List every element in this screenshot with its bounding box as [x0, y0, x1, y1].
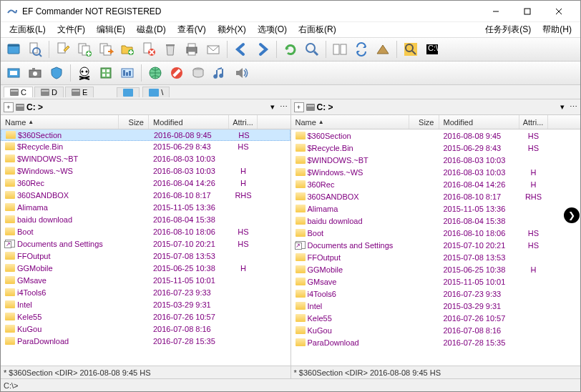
- drive-tab-d[interactable]: D: [34, 87, 64, 97]
- refresh-icon[interactable]: [280, 39, 301, 59]
- table-row[interactable]: baidu download2016-08-04 15:38: [1, 213, 290, 225]
- col-size[interactable]: Size: [409, 115, 439, 129]
- table-row[interactable]: GMsave2015-11-05 10:01: [291, 275, 581, 288]
- table-row[interactable]: $Recycle.Bin2015-06-29 8:43HS: [1, 140, 290, 152]
- col-attr[interactable]: Attri...: [229, 115, 258, 129]
- close-button[interactable]: [543, 1, 575, 21]
- table-row[interactable]: GGMobile2015-06-25 10:38H: [1, 262, 290, 274]
- drive-tab-root[interactable]: \: [142, 87, 170, 97]
- table-row[interactable]: 360SANDBOX2016-08-10 8:17RHS: [291, 190, 581, 202]
- view-icon[interactable]: [25, 39, 45, 59]
- disk-icon[interactable]: [188, 63, 208, 83]
- search-icon[interactable]: [302, 39, 322, 59]
- menu-options[interactable]: 选项(O): [252, 22, 293, 37]
- table-row[interactable]: $Windows.~WS2016-08-03 10:03H: [291, 166, 581, 178]
- skull-icon[interactable]: [74, 63, 94, 83]
- process-icon[interactable]: [117, 63, 137, 83]
- registry-icon[interactable]: [96, 63, 116, 83]
- print-icon[interactable]: [182, 39, 202, 59]
- table-row[interactable]: $360Section2016-08-08 9:45HS: [291, 129, 581, 142]
- col-name[interactable]: Name▲: [291, 115, 409, 129]
- col-modified[interactable]: Modified: [439, 115, 519, 129]
- menu-disk[interactable]: 磁盘(D): [131, 22, 172, 37]
- move-icon[interactable]: [96, 39, 116, 59]
- table-row[interactable]: Alimama2015-11-05 13:36: [291, 202, 581, 215]
- copy-icon[interactable]: [74, 39, 94, 59]
- col-size[interactable]: Size: [119, 115, 149, 129]
- table-row[interactable]: FFOutput2015-07-08 13:53: [291, 251, 581, 263]
- minimize-button[interactable]: [480, 1, 512, 21]
- block-icon[interactable]: [167, 63, 187, 83]
- table-row[interactable]: KuGou2016-07-08 8:16: [1, 323, 290, 335]
- screenshot-icon[interactable]: [4, 63, 24, 83]
- right-list-body[interactable]: $360Section2016-08-08 9:45HS$Recycle.Bin…: [291, 129, 581, 366]
- table-row[interactable]: Alimama2015-11-05 13:36: [1, 201, 290, 213]
- camera-icon[interactable]: [25, 63, 45, 83]
- menu-help[interactable]: 帮助(H): [537, 22, 577, 37]
- table-row[interactable]: baidu download2016-08-04 15:38: [291, 215, 581, 227]
- left-list-body[interactable]: $360Section2016-08-08 9:45HS$Recycle.Bin…: [1, 129, 290, 366]
- table-row[interactable]: Kele552016-07-26 10:57: [1, 310, 290, 323]
- network-icon[interactable]: [145, 63, 165, 83]
- table-row[interactable]: $Windows.~WS2016-08-03 10:03H: [1, 165, 290, 177]
- menu-right-panel[interactable]: 右面板(R): [293, 22, 342, 37]
- expand-button[interactable]: +: [4, 102, 14, 112]
- table-row[interactable]: $WINDOWS.~BT2016-08-03 10:03: [291, 154, 581, 166]
- command-bar[interactable]: C:\>: [1, 378, 580, 391]
- col-attr[interactable]: Attri...: [519, 115, 548, 129]
- table-row[interactable]: Kele552016-07-26 10:57: [291, 312, 581, 324]
- dropdown-icon[interactable]: ▾: [560, 102, 565, 112]
- table-row[interactable]: FFOutput2015-07-08 13:53: [1, 250, 290, 262]
- dropdown-icon[interactable]: ▾: [270, 102, 275, 112]
- split-icon[interactable]: [330, 39, 350, 59]
- delete-icon[interactable]: [139, 39, 159, 59]
- find-icon[interactable]: [401, 39, 421, 59]
- sound-icon[interactable]: [231, 63, 251, 83]
- recycle-bin-icon[interactable]: [160, 39, 180, 59]
- drive-tab-c[interactable]: C: [4, 87, 33, 97]
- table-row[interactable]: 360SANDBOX2016-08-10 8:17RHS: [1, 189, 290, 201]
- mail-icon[interactable]: [203, 39, 223, 59]
- expand-button[interactable]: +: [294, 102, 304, 112]
- terminal-icon[interactable]: C:\: [422, 39, 442, 59]
- table-row[interactable]: Documents and Settings2015-07-10 20:21HS: [1, 237, 290, 250]
- table-row[interactable]: ParaDownload2016-07-28 15:35: [1, 335, 290, 347]
- table-row[interactable]: $360Section2016-08-08 9:45HS: [1, 129, 290, 141]
- menu-view[interactable]: 查看(V): [172, 22, 212, 37]
- sync-icon[interactable]: [351, 39, 371, 59]
- table-row[interactable]: Intel2015-03-29 9:31: [291, 300, 581, 312]
- drive-tab-blank[interactable]: [117, 87, 140, 97]
- new-folder-icon[interactable]: [117, 39, 137, 59]
- menu-extra[interactable]: 额外(X): [212, 22, 252, 37]
- table-row[interactable]: KuGou2016-07-08 8:16: [291, 324, 581, 336]
- maximize-button[interactable]: [512, 1, 543, 21]
- music-icon[interactable]: [210, 63, 230, 83]
- menu-task-list[interactable]: 任务列表(S): [479, 22, 537, 37]
- col-name[interactable]: Name▲: [1, 115, 119, 129]
- table-row[interactable]: $WINDOWS.~BT2016-08-03 10:03: [1, 152, 290, 165]
- table-row[interactable]: ParaDownload2016-07-28 15:35: [291, 336, 581, 348]
- col-modified[interactable]: Modified: [149, 115, 229, 129]
- edit-icon[interactable]: [53, 39, 73, 59]
- table-row[interactable]: Boot2016-08-10 18:06HS: [291, 227, 581, 239]
- menu-left-panel[interactable]: 左面板(L): [4, 22, 52, 37]
- back-icon[interactable]: [231, 39, 251, 59]
- table-row[interactable]: GGMobile2015-06-25 10:38H: [291, 263, 581, 275]
- new-window-icon[interactable]: [4, 39, 24, 59]
- options-icon[interactable]: ⋯: [280, 102, 288, 112]
- side-arrow-button[interactable]: ❯: [564, 207, 580, 223]
- table-row[interactable]: 360Rec2016-08-04 14:26H: [1, 177, 290, 189]
- table-row[interactable]: i4Tools62016-07-23 9:33: [1, 286, 290, 298]
- table-row[interactable]: Intel2015-03-29 9:31: [1, 298, 290, 310]
- drive-tab-e[interactable]: E: [65, 87, 94, 97]
- forward-icon[interactable]: [253, 39, 273, 59]
- options-icon[interactable]: ⋯: [570, 102, 577, 112]
- menu-edit[interactable]: 编辑(E): [91, 22, 131, 37]
- table-row[interactable]: $Recycle.Bin2015-06-29 8:43HS: [291, 142, 581, 154]
- table-row[interactable]: GMsave2015-11-05 10:01: [1, 274, 290, 286]
- table-row[interactable]: Boot2016-08-10 18:06HS: [1, 225, 290, 237]
- menu-file[interactable]: 文件(F): [52, 22, 91, 37]
- compress-icon[interactable]: [373, 39, 393, 59]
- table-row[interactable]: 360Rec2016-08-04 14:26H: [291, 178, 581, 190]
- table-row[interactable]: Documents and Settings2015-07-10 20:21HS: [291, 239, 581, 251]
